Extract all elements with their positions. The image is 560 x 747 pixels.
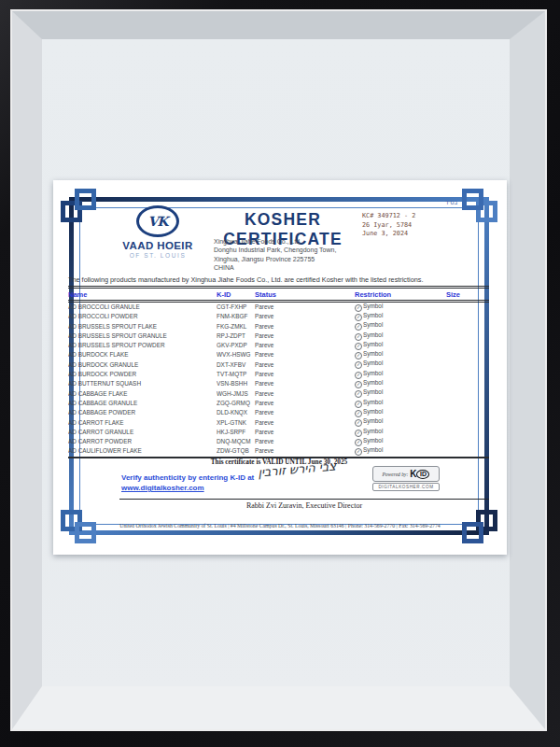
status-cell: Pareve <box>255 370 355 379</box>
signatory-name: Rabbi Zvi Zuravin, Executive Director <box>119 501 489 510</box>
check-circle-icon: ✓ <box>355 390 362 398</box>
ovk-logo-letters: VK <box>147 214 167 229</box>
restriction-cell: ✓Symbol <box>355 360 446 370</box>
restriction-label: Symbol <box>363 399 383 405</box>
powered-by-box: Powered by: K ID DigitalKosher.com <box>372 466 440 491</box>
table-row: AD CAULIFLOWER FLAKE ZDW-GTQB Pareve ✓Sy… <box>68 446 489 457</box>
product-name-cell: AD BURDOCK GRANULE <box>68 360 217 370</box>
table-row: AD BURDOCK FLAKE WVX-HSWG Pareve ✓Symbol <box>68 350 489 359</box>
kid-cell: FNM-KBGF <box>217 312 255 321</box>
restriction-label: Symbol <box>363 341 383 347</box>
border-band-bottom <box>69 530 489 535</box>
size-cell <box>446 418 489 428</box>
kid-cell: GKV-PXDP <box>217 341 255 350</box>
kid-cell: RPJ-ZDPT <box>217 331 255 341</box>
column-header-status: Status <box>255 288 355 302</box>
corner-ornament <box>75 189 96 210</box>
product-name-cell: AD CARROT FLAKE <box>68 418 217 428</box>
check-circle-icon: ✓ <box>355 439 362 446</box>
check-circle-icon: ✓ <box>355 304 362 312</box>
check-circle-icon: ✓ <box>355 448 362 456</box>
digitalkosher-label: DigitalKosher.com <box>372 483 440 491</box>
table-row: AD CABBAGE FLAKE WGH-JMJS Pareve ✓Symbol <box>68 389 489 399</box>
product-name-cell: AD BROCCOLI GRANULE <box>68 302 217 313</box>
signature-line <box>119 499 489 500</box>
kid-cell: DNQ-MQCM <box>217 437 255 446</box>
product-name-cell: AD BRUSSELS SPROUT POWDER <box>68 341 217 350</box>
check-circle-icon: ✓ <box>355 430 362 437</box>
company-address-line2: Xinghua, Jiangsu Province 225755 <box>214 255 336 263</box>
restriction-cell: ✓Symbol <box>355 331 446 341</box>
company-address-line1: Donghu Industrial Park, Chengdong Town, <box>214 246 336 254</box>
check-circle-icon: ✓ <box>355 410 362 417</box>
product-name-cell: AD BURDOCK POWDER <box>68 370 217 379</box>
cert-hebrew-date: 26 Iyar, 5784 <box>362 221 446 231</box>
restriction-label: Symbol <box>363 418 383 425</box>
kid-cell: ZDW-GTQB <box>217 446 255 457</box>
restriction-cell: ✓Symbol <box>355 446 446 457</box>
check-circle-icon: ✓ <box>355 381 362 388</box>
restriction-cell: ✓Symbol <box>355 350 446 359</box>
restriction-label: Symbol <box>363 370 383 376</box>
status-cell: Pareve <box>255 302 355 313</box>
product-name-cell: AD CARROT GRANULE <box>68 428 217 437</box>
restriction-cell: ✓Symbol <box>355 389 446 399</box>
table-row: AD BUTTERNUT SQUASH VSN-BSHH Pareve ✓Sym… <box>68 379 489 388</box>
size-cell <box>446 302 489 313</box>
product-name-cell: AD BUTTERNUT SQUASH <box>68 379 217 388</box>
kid-logo-k: K <box>410 469 416 479</box>
restriction-label: Symbol <box>363 303 383 309</box>
size-cell <box>446 322 489 331</box>
product-name-cell: AD BRUSSELS SPROUT GRANULE <box>68 331 217 341</box>
status-cell: Pareve <box>255 437 355 446</box>
column-header-size: Size <box>446 288 489 302</box>
check-circle-icon: ✓ <box>355 314 362 321</box>
size-cell <box>446 360 489 370</box>
products-table: Name K-ID Status Restriction Size AD BRO… <box>68 286 489 458</box>
company-address-block: Xinghua Jiahe Foods Co., Ltd. Donghu Ind… <box>214 237 336 272</box>
verify-text: Verify authenticity by entering K-ID at … <box>121 472 254 493</box>
restriction-label: Symbol <box>363 389 383 396</box>
restriction-label: Symbol <box>363 322 383 329</box>
table-row: AD BRUSSELS SPROUT GRANULE RPJ-ZDPT Pare… <box>68 331 489 341</box>
restriction-cell: ✓Symbol <box>355 408 446 417</box>
ovk-logo-icon: VK <box>136 205 179 237</box>
size-cell <box>446 399 489 408</box>
kid-cell: HKJ-SRPF <box>217 428 255 437</box>
product-name-cell: AD BURDOCK FLAKE <box>68 350 217 359</box>
status-cell: Pareve <box>255 389 355 399</box>
restriction-cell: ✓Symbol <box>355 437 446 446</box>
bsd-text: בס"ד <box>445 200 457 205</box>
footer-text: United Orthodox Jewish Community of St. … <box>81 523 479 529</box>
cert-date: June 3, 2024 <box>362 230 446 239</box>
restriction-label: Symbol <box>363 350 383 357</box>
kid-logo-id: ID <box>416 470 429 479</box>
cert-number: KC# 349712 - 2 <box>362 212 446 221</box>
kid-cell: DLD-KNQX <box>217 408 255 417</box>
table-row: AD CARROT GRANULE HKJ-SRPF Pareve ✓Symbo… <box>68 428 489 437</box>
restriction-cell: ✓Symbol <box>355 379 446 388</box>
table-row: AD CABBAGE GRANULE ZGQ-GRMQ Pareve ✓Symb… <box>68 399 489 408</box>
restriction-label: Symbol <box>363 331 383 338</box>
table-header-row: Name K-ID Status Restriction Size <box>68 288 489 302</box>
table-row: AD BURDOCK POWDER TVT-MQTP Pareve ✓Symbo… <box>68 370 489 379</box>
restriction-label: Symbol <box>363 428 383 434</box>
check-circle-icon: ✓ <box>355 401 362 408</box>
restriction-cell: ✓Symbol <box>355 370 446 379</box>
check-circle-icon: ✓ <box>355 361 362 369</box>
product-name-cell: AD CARROT POWDER <box>68 437 217 446</box>
kid-logo-icon: K ID <box>410 469 429 479</box>
company-name: Xinghua Jiahe Foods Co., Ltd. <box>214 237 336 246</box>
company-country: CHINA <box>214 263 336 272</box>
size-cell <box>446 428 489 437</box>
restriction-label: Symbol <box>363 446 383 453</box>
check-circle-icon: ✓ <box>355 352 362 359</box>
check-circle-icon: ✓ <box>355 372 362 379</box>
status-cell: Pareve <box>255 379 355 388</box>
restriction-cell: ✓Symbol <box>355 322 446 331</box>
size-cell <box>446 446 489 457</box>
kid-cell: DXT-XFBV <box>217 360 255 370</box>
table-row: AD BROCCOLI GRANULE CGT-FXHP Pareve ✓Sym… <box>68 302 489 313</box>
restriction-cell: ✓Symbol <box>355 418 446 428</box>
restriction-cell: ✓Symbol <box>355 428 446 437</box>
